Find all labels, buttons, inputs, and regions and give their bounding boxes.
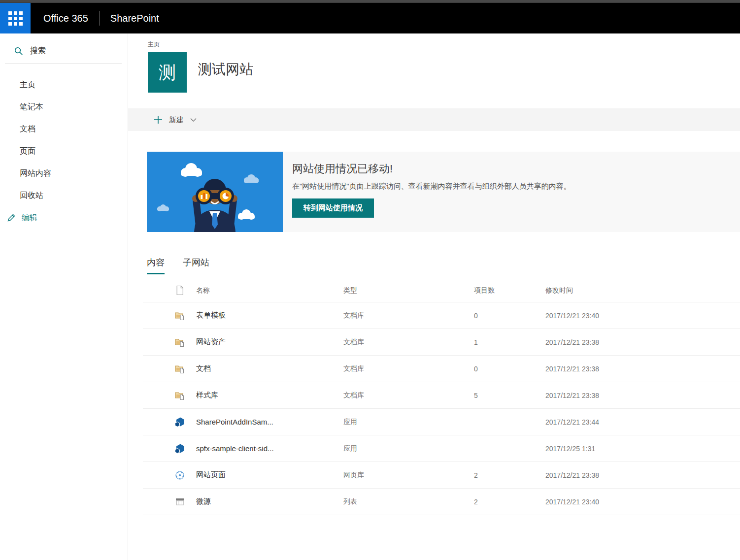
document-library-icon xyxy=(174,310,185,321)
row-type: 网页库 xyxy=(343,471,474,480)
chevron-down-icon xyxy=(190,118,197,122)
list-icon xyxy=(174,496,185,507)
sidebar-nav: 主页笔记本文档页面网站内容回收站 xyxy=(0,64,128,206)
row-name-link[interactable]: 网站资产 xyxy=(196,337,343,347)
sidebar-item-1[interactable]: 主页 xyxy=(0,73,128,96)
app-launcher-button[interactable] xyxy=(0,3,31,33)
app-icon xyxy=(174,443,185,454)
row-item-count: 5 xyxy=(474,392,545,399)
row-name-link[interactable]: SharePointAddInSam... xyxy=(196,418,343,426)
row-item-count: 1 xyxy=(474,338,545,346)
sidebar-item-2[interactable]: 笔记本 xyxy=(0,96,128,118)
row-name-link[interactable]: 样式库 xyxy=(196,391,343,400)
contents-table: 名称 类型 项目数 修改时间 表单模板文档库02017/12/21 23:40网… xyxy=(143,279,740,515)
row-type: 文档库 xyxy=(343,391,474,400)
new-button[interactable]: 新建 xyxy=(153,114,197,125)
new-button-label: 新建 xyxy=(169,115,184,125)
banner-description: 在"网站使用情况"页面上跟踪访问、查看新潮内容并查看与组织外部人员共享的内容。 xyxy=(292,182,725,191)
breadcrumb[interactable]: 主页 xyxy=(148,40,740,49)
row-type: 应用 xyxy=(343,444,474,453)
document-library-icon xyxy=(174,363,185,374)
row-name-link[interactable]: 网站页面 xyxy=(196,470,343,480)
row-modified-date: 2017/12/21 23:40 xyxy=(545,312,740,320)
suite-bar: Office 365 SharePoint xyxy=(0,3,740,33)
search-label: 搜索 xyxy=(30,46,46,56)
table-row[interactable]: 网站资产文档库12017/12/21 23:38 xyxy=(143,329,740,356)
site-pages-icon xyxy=(174,470,185,481)
page-icon xyxy=(174,285,185,296)
sidebar-item-6[interactable]: 回收站 xyxy=(0,184,128,206)
banner-title: 网站使用情况已移动! xyxy=(292,162,725,176)
pencil-icon xyxy=(6,212,17,223)
waffle-icon xyxy=(8,11,23,26)
row-type: 文档库 xyxy=(343,311,474,320)
row-item-count: 0 xyxy=(474,365,545,373)
site-header: 主页 测 测试网站 xyxy=(128,33,740,93)
row-modified-date: 2017/12/21 23:38 xyxy=(545,392,740,399)
column-header-name[interactable]: 名称 xyxy=(196,286,343,295)
table-row[interactable]: 表单模板文档库02017/12/21 23:40 xyxy=(143,302,740,329)
row-item-count: 2 xyxy=(474,471,545,479)
row-modified-date: 2017/12/25 1:31 xyxy=(545,445,740,453)
command-bar: 新建 xyxy=(128,108,740,131)
column-header-count[interactable]: 项目数 xyxy=(474,286,545,295)
tab-2[interactable]: 子网站 xyxy=(183,257,209,274)
row-modified-date: 2017/12/21 23:38 xyxy=(545,471,740,479)
row-modified-date: 2017/12/21 23:38 xyxy=(545,338,740,346)
row-name-link[interactable]: 微源 xyxy=(196,497,343,506)
row-name-link[interactable]: spfx-sample-client-sid... xyxy=(196,444,343,453)
sidebar-item-4[interactable]: 页面 xyxy=(0,140,128,162)
table-row[interactable]: 样式库文档库52017/12/21 23:38 xyxy=(143,382,740,409)
row-name-link[interactable]: 表单模板 xyxy=(196,311,343,320)
row-type: 文档库 xyxy=(343,338,474,347)
search-box[interactable]: 搜索 xyxy=(0,40,128,63)
row-type: 文档库 xyxy=(343,364,474,373)
sidebar: 搜索 主页笔记本文档页面网站内容回收站 编辑 xyxy=(0,33,128,560)
main-content: 主页 测 测试网站 新建 xyxy=(128,33,740,560)
edit-links-button[interactable]: 编辑 xyxy=(0,206,128,223)
sidebar-item-5[interactable]: 网站内容 xyxy=(0,162,128,184)
tab-1[interactable]: 内容 xyxy=(147,257,165,274)
row-type: 列表 xyxy=(343,497,474,506)
plus-icon xyxy=(153,114,164,125)
page-title: 测试网站 xyxy=(198,60,253,79)
site-usage-illustration xyxy=(147,152,283,232)
row-modified-date: 2017/12/21 23:38 xyxy=(545,365,740,373)
brand-office365[interactable]: Office 365 xyxy=(43,13,88,24)
sidebar-item-3[interactable]: 文档 xyxy=(0,118,128,140)
table-header-row: 名称 类型 项目数 修改时间 xyxy=(143,279,740,302)
table-row[interactable]: 文档文档库02017/12/21 23:38 xyxy=(143,356,740,382)
row-modified-date: 2017/12/21 23:44 xyxy=(545,418,740,426)
column-header-type[interactable]: 类型 xyxy=(343,286,474,295)
table-row[interactable]: spfx-sample-client-sid...应用2017/12/25 1:… xyxy=(143,435,740,462)
search-icon xyxy=(13,45,24,56)
table-row[interactable]: 网站页面网页库22017/12/21 23:38 xyxy=(143,462,740,489)
go-to-site-usage-button[interactable]: 转到网站使用情况 xyxy=(292,198,374,218)
banner-text-panel: 网站使用情况已移动! 在"网站使用情况"页面上跟踪访问、查看新潮内容并查看与组织… xyxy=(283,152,740,232)
row-item-count: 0 xyxy=(474,312,545,320)
content-tabs: 内容子网站 xyxy=(147,257,740,274)
app-icon xyxy=(174,417,185,428)
table-row[interactable]: 微源列表22017/12/21 23:40 xyxy=(143,489,740,515)
document-library-icon xyxy=(174,390,185,401)
row-name-link[interactable]: 文档 xyxy=(196,364,343,373)
row-type: 应用 xyxy=(343,418,474,427)
brand-separator xyxy=(99,11,100,26)
document-library-icon xyxy=(174,337,185,348)
site-usage-banner: 网站使用情况已移动! 在"网站使用情况"页面上跟踪访问、查看新潮内容并查看与组织… xyxy=(147,152,740,232)
edit-label: 编辑 xyxy=(22,213,37,223)
row-item-count: 2 xyxy=(474,498,545,506)
table-row[interactable]: SharePointAddInSam...应用2017/12/21 23:44 xyxy=(143,409,740,435)
table-body: 表单模板文档库02017/12/21 23:40网站资产文档库12017/12/… xyxy=(143,302,740,515)
brand-sharepoint[interactable]: SharePoint xyxy=(110,13,159,24)
app-root: Office 365 SharePoint 搜索 主页笔记本文档页面网站内容回收… xyxy=(0,0,740,560)
site-logo[interactable]: 测 xyxy=(148,52,187,93)
row-modified-date: 2017/12/21 23:40 xyxy=(545,498,740,506)
column-header-modified[interactable]: 修改时间 xyxy=(545,286,740,295)
